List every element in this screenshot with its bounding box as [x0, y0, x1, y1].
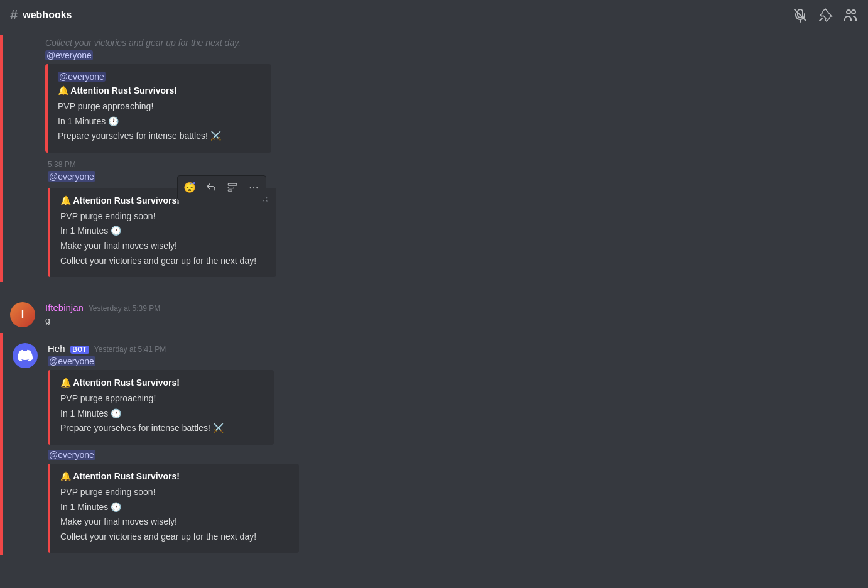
embed-3-title: 🔔 Attention Rust Survivors! [60, 378, 264, 388]
svg-point-10 [256, 187, 258, 188]
message-content-clipped: Collect your victories and gear up for t… [45, 38, 858, 153]
embed-4-title: 🔔 Attention Rust Survivors! [60, 471, 289, 481]
messages-container: Collect your victories and gear up for t… [0, 30, 868, 588]
embed-2-line-5: Collect your victories and gear up for t… [60, 255, 256, 268]
svg-point-8 [250, 187, 251, 188]
mention-everyone-3[interactable]: @everyone [48, 356, 858, 366]
user-avatar: I [10, 302, 35, 327]
spacer-1 [0, 282, 868, 292]
embed-3-body: PVP purge approaching! In 1 Minutes 🕐 Pr… [60, 393, 264, 435]
bot-badge-heh: BOT [70, 346, 89, 354]
unread-bar [0, 35, 3, 155]
embed-2-line-4: Make your final moves wisely! [60, 240, 256, 253]
message-group-clipped: Collect your victories and gear up for t… [0, 35, 868, 155]
svg-rect-7 [228, 190, 232, 191]
embed-2: 🔔 Attention Rust Survivors! PVP purge en… [48, 188, 276, 277]
embed-2-line-2: In 1 Minutes 🕐 [60, 225, 256, 237]
embed-2-wrapper: 🔔 Attention Rust Survivors! PVP purge en… [48, 185, 276, 277]
top-bar: # webhooks [0, 0, 868, 30]
username-iftebinjan[interactable]: Iftebinjan [45, 302, 84, 313]
embed-1-body: PVP purge approaching! In 1 Minutes 🕐 Pr… [58, 101, 261, 143]
timestamp-heh: Yesterday at 5:41 PM [94, 345, 166, 354]
mention-everyone-2[interactable]: @everyone [48, 172, 858, 182]
everyone-mention-text-4[interactable]: @everyone [48, 450, 95, 460]
everyone-mention-text-3[interactable]: @everyone [48, 356, 95, 366]
embed-1-mention[interactable]: @everyone [58, 72, 261, 82]
svg-point-3 [847, 10, 850, 14]
discord-avatar [13, 343, 38, 368]
message-538-header: 5:38 PM [48, 160, 858, 169]
avatar-iftebinjan: I [10, 302, 35, 327]
timestamp-538: 5:38 PM [48, 160, 76, 169]
message-group-heh: Heh BOT Yesterday at 5:41 PM @everyone 🔔… [0, 333, 868, 555]
embed-3-line-4: Prepare yourselves for intense battles! … [60, 422, 264, 435]
top-bar-actions [793, 8, 858, 23]
avatar-heh [13, 343, 38, 368]
embed-1-line-1: PVP purge approaching! [58, 101, 261, 113]
message-content-iftebinjan: Iftebinjan Yesterday at 5:39 PM g [45, 302, 858, 325]
embed-1-line-2: In 1 Minutes 🕐 [58, 116, 261, 128]
message-text-iftebinjan: g [45, 315, 858, 325]
everyone-mention-text-1[interactable]: @everyone [45, 50, 93, 60]
channel-name: webhooks [23, 9, 72, 21]
embed-4-line-4: Make your final moves wisely! [60, 516, 289, 528]
svg-point-9 [253, 187, 254, 188]
hover-actions-panel: 😴 [177, 175, 266, 200]
more-options-button[interactable] [244, 178, 263, 197]
clipped-text: Collect your victories and gear up for t… [45, 38, 858, 48]
embed-4-body: PVP purge ending soon! In 1 Minutes 🕐 Ma… [60, 486, 289, 543]
pin-icon[interactable] [818, 8, 833, 23]
embed-4-line-2: In 1 Minutes 🕐 [60, 501, 289, 514]
message-header-iftebinjan: Iftebinjan Yesterday at 5:39 PM [45, 302, 858, 313]
embed-mention-1[interactable]: @everyone [58, 72, 106, 82]
add-reaction-button[interactable]: 😴 [180, 178, 199, 197]
embed-4: 🔔 Attention Rust Survivors! PVP purge en… [48, 464, 299, 553]
timestamp-iftebinjan: Yesterday at 5:39 PM [89, 304, 160, 313]
embed-3-line-1: PVP purge approaching! [60, 393, 264, 405]
embed-3: 🔔 Attention Rust Survivors! PVP purge ap… [48, 370, 274, 445]
message-group-538: 5:38 PM @everyone 🔔 Attention Rust Survi… [0, 155, 868, 282]
spacer-2 [0, 328, 868, 333]
embed-1-line-4: Prepare yourselves for intense battles! … [58, 130, 261, 143]
svg-point-4 [852, 10, 855, 14]
channel-header: # webhooks [10, 7, 72, 23]
reply-button[interactable] [202, 178, 220, 197]
embed-2-line-1: PVP purge ending soon! [60, 210, 256, 223]
message-header-heh: Heh BOT Yesterday at 5:41 PM [48, 343, 858, 354]
username-heh[interactable]: Heh [48, 343, 65, 354]
mention-everyone-4[interactable]: @everyone [48, 450, 858, 460]
embed-2-body: PVP purge ending soon! In 1 Minutes 🕐 Ma… [60, 210, 256, 267]
embed-4-line-5: Collect your victories and gear up for t… [60, 531, 289, 543]
embed-4-line-1: PVP purge ending soon! [60, 486, 289, 499]
discord-logo-svg [18, 348, 33, 363]
mention-everyone-1[interactable]: @everyone [45, 50, 858, 60]
embed-1: @everyone 🔔 Attention Rust Survivors! PV… [45, 64, 271, 153]
create-thread-button[interactable] [223, 178, 242, 197]
svg-rect-6 [228, 187, 234, 188]
message-content-538: 5:38 PM @everyone 🔔 Attention Rust Survi… [48, 160, 858, 277]
everyone-mention-text-2[interactable]: @everyone [48, 172, 95, 182]
svg-rect-5 [228, 183, 237, 185]
message-content-heh: Heh BOT Yesterday at 5:41 PM @everyone 🔔… [48, 343, 858, 553]
embed-1-title: 🔔 Attention Rust Survivors! [58, 85, 261, 95]
svg-line-2 [820, 18, 822, 21]
embed-3-line-2: In 1 Minutes 🕐 [60, 408, 264, 420]
message-group-iftebinjan: I Iftebinjan Yesterday at 5:39 PM g [0, 292, 868, 328]
hash-icon: # [10, 7, 18, 23]
mute-icon[interactable] [793, 8, 808, 23]
members-icon[interactable] [843, 8, 858, 23]
